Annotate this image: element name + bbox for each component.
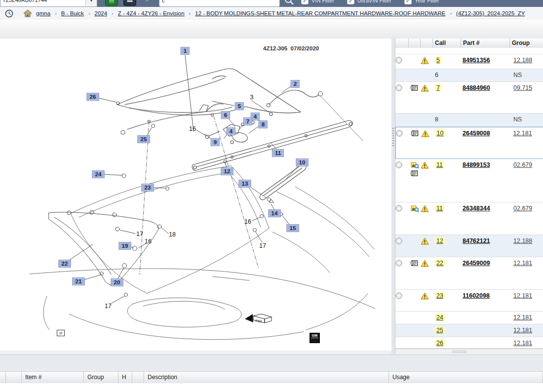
breadcrumb-item[interactable]: 12 - BODY MOLDINGS-SHEET METAL-REAR COMP… [195, 10, 445, 16]
parts-row-call-6[interactable]: 6NS [395, 69, 543, 82]
diagram-callout-7[interactable]: 7 [243, 118, 252, 125]
warning-icon[interactable]: ! [421, 257, 433, 289]
parts-row-call-12[interactable]: !128476212112.188 [395, 235, 543, 257]
call-link[interactable]: 11 [435, 161, 444, 168]
note-icon[interactable] [411, 260, 419, 267]
call-link[interactable]: 7 [435, 84, 441, 91]
note-icon[interactable] [411, 84, 419, 91]
diagram-callout-11[interactable]: 11 [272, 149, 284, 157]
panel-resize-handle[interactable] [391, 39, 395, 354]
search-icon[interactable] [284, 0, 295, 6]
expand-icon[interactable] [395, 82, 409, 113]
parts-row-call-11[interactable]: a!118489915302.679 [395, 159, 543, 202]
column-group[interactable]: Group [510, 39, 543, 48]
diagram-callout-14[interactable]: 14 [269, 209, 281, 217]
diagram-callout-22[interactable]: 22 [59, 260, 71, 268]
expand-icon[interactable] [395, 257, 409, 289]
diagram-callout-9[interactable]: 9 [211, 138, 220, 146]
diagram-callout-25[interactable]: 25 [138, 135, 150, 143]
vin-combobox[interactable]: TZ3L46RB671744 ▾ [0, 0, 97, 7]
part-number-link[interactable]: 26459008 [463, 130, 490, 137]
expand-icon[interactable] [395, 54, 409, 69]
expand-icon[interactable] [395, 290, 409, 311]
call-link[interactable]: 22 [435, 260, 445, 267]
breadcrumb-item[interactable]: Z - 4Z4 - 4ZY26 - Envision [118, 10, 185, 16]
call-link[interactable]: 12 [435, 237, 445, 244]
warning-icon[interactable]: ! [421, 290, 433, 311]
diagram-callout-6[interactable]: 6 [221, 111, 230, 119]
expand-icon[interactable] [395, 159, 409, 202]
diagram-callout-10[interactable]: 10 [296, 158, 309, 166]
diagram-callout-20[interactable]: 20 [111, 278, 123, 286]
diagram-callout-19[interactable]: 19 [119, 242, 131, 250]
checkbox-icon[interactable]: ✓ [404, 0, 412, 4]
filter-vin-filter[interactable]: ✓VIN Filter [301, 0, 334, 4]
group-link[interactable]: 09.715 [513, 84, 532, 91]
parts-row-call-7[interactable]: !78488496009.715 [395, 82, 543, 114]
detail-column-usage[interactable]: Usage [389, 372, 543, 384]
diagram-callout-23[interactable]: 23 [142, 184, 154, 192]
column-part[interactable]: Part # [461, 39, 510, 48]
horizontal-scrollbar[interactable] [395, 349, 543, 354]
diagram-callout-24[interactable]: 24 [92, 170, 105, 178]
diagram-callout-26[interactable]: 26 [87, 93, 99, 101]
diagram-callout-15[interactable]: 15 [287, 224, 299, 232]
filter-ultravin-filter[interactable]: ✓UltraVIN Filter [347, 0, 391, 4]
parts-row-call-25[interactable]: 2512.181 [395, 324, 543, 337]
breadcrumb-item[interactable]: B - Buick [61, 10, 84, 16]
call-link[interactable]: 10 [435, 130, 445, 137]
diagram-callout-1[interactable]: 1 [181, 47, 190, 55]
call-link[interactable]: 26 [435, 340, 445, 347]
help-icon[interactable]: ◦ [141, 0, 153, 5]
group-link[interactable]: 12.181 [513, 327, 532, 334]
detail-column-group[interactable]: Group [84, 372, 118, 384]
warning-icon[interactable]: ! [421, 235, 433, 257]
expand-icon[interactable] [395, 235, 409, 257]
warning-icon[interactable]: ! [421, 127, 433, 158]
part-number-link[interactable]: 84899153 [463, 161, 490, 168]
call-link[interactable]: 5 [435, 57, 441, 64]
text-search-icon[interactable]: a [411, 161, 419, 169]
diagram-callout-13[interactable]: 13 [239, 180, 251, 188]
group-link[interactable]: 12.181 [513, 314, 532, 321]
part-number-link[interactable]: 84884960 [463, 84, 490, 91]
parts-row-call-26[interactable]: 2612.181 [395, 337, 543, 349]
part-number-link[interactable]: 84951356 [463, 57, 490, 64]
warning-icon[interactable]: ! [421, 82, 433, 113]
detail-column-h[interactable]: H [118, 372, 132, 384]
group-link[interactable]: 12.188 [513, 57, 532, 64]
expand-icon[interactable] [396, 127, 409, 158]
breadcrumb-item[interactable]: gmna [36, 10, 50, 16]
group-link[interactable]: 12.181 [513, 292, 532, 299]
diagram-callout-8[interactable]: 8 [259, 120, 268, 128]
part-number-link[interactable]: 11602098 [463, 292, 490, 299]
detail-column-description[interactable]: Description [144, 372, 389, 384]
parts-row-call-11[interactable]: a!112634834402.679 [395, 202, 543, 235]
parts-row-call-8[interactable]: 8NS [395, 114, 543, 127]
parts-row-call-10[interactable]: !102645900812.181 [395, 127, 543, 159]
home-icon[interactable] [23, 7, 37, 20]
call-link[interactable]: 23 [435, 292, 445, 299]
filter-year-filter[interactable]: ✓Year Filter [404, 0, 439, 4]
breadcrumb-item[interactable]: 2024 [94, 10, 107, 16]
group-link[interactable]: 12.181 [513, 130, 532, 137]
part-search-input[interactable]: c [159, 0, 280, 7]
part-number-link[interactable]: 26348344 [463, 205, 490, 212]
parts-row-call-24[interactable]: 2412.181 [395, 312, 543, 324]
diagram-callout-5[interactable]: 5 [235, 102, 244, 110]
history-clock-icon[interactable] [5, 7, 18, 20]
diagram-callout-4[interactable]: 4 [227, 127, 235, 135]
group-link[interactable]: 12.181 [513, 340, 532, 347]
part-number-link[interactable]: 26459009 [463, 260, 490, 267]
text-search-icon[interactable]: a [411, 205, 419, 212]
parts-row-call-23[interactable]: !231160209812.181 [395, 290, 543, 312]
diagram-callout-12[interactable]: 12 [221, 167, 233, 175]
vehicle-icon[interactable]: ▤ [105, 0, 118, 6]
note-icon[interactable] [411, 170, 419, 177]
diagram-callout-21[interactable]: 21 [73, 277, 85, 285]
checkbox-icon[interactable]: ✓ [347, 0, 354, 4]
note-icon[interactable] [411, 130, 419, 137]
warning-icon[interactable]: ! [421, 202, 433, 235]
warning-icon[interactable]: ! [421, 159, 433, 202]
call-link[interactable]: 24 [435, 314, 445, 321]
